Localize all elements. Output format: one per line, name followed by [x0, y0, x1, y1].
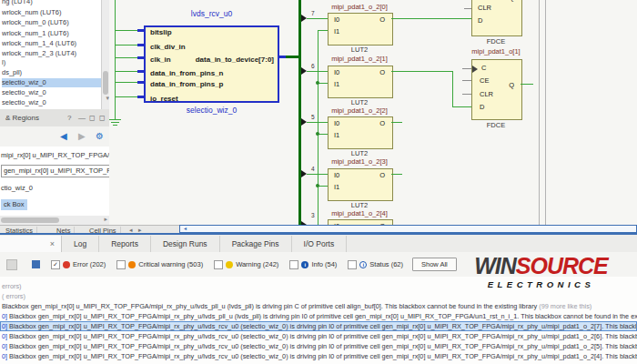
schematic-hscrollbar[interactable]: ◂ — [179, 225, 637, 233]
pin-bitslip[interactable]: bitslip — [150, 28, 172, 36]
scroll-left-icon[interactable]: ◂ — [184, 226, 187, 231]
filter-status[interactable]: i Status (62) — [348, 260, 403, 269]
message-row[interactable]: 0] Blackbox gen_mipi_rx[0] u_MIPI_RX_TOP… — [0, 341, 637, 351]
tab-package-pins[interactable]: Package Pins — [220, 236, 292, 252]
messages-dock: × Log Reports Design Runs Package Pins I… — [0, 233, 637, 364]
instance-name-label: mipi_pdat1_o_2[2] — [314, 106, 405, 115]
fdce-block[interactable]: CLR D Q — [471, 0, 522, 36]
pin-i1: I1 — [334, 131, 339, 139]
properties-toolbar: ◀ ▶ ⚙ — [0, 126, 110, 147]
pin-data-in-from-pins-p[interactable]: data_in_from_pins_p — [150, 80, 223, 88]
warning-checkbox[interactable] — [214, 260, 223, 269]
pin-o: O — [379, 15, 385, 24]
float-icon[interactable]: ◻ — [89, 109, 96, 126]
gear-icon[interactable]: ⚙ — [96, 130, 104, 143]
net-wire — [116, 30, 137, 31]
tree-scrollbar-thumb[interactable] — [103, 71, 108, 95]
message-list: errors) ( errors) Blackbox gen_mipi_rx[0… — [0, 277, 637, 364]
tab-design-runs[interactable]: Design Runs — [151, 236, 220, 252]
filter-label: Info (54) — [311, 260, 337, 268]
info-checkbox[interactable] — [289, 260, 298, 269]
warning-icon — [226, 261, 233, 268]
instance-name-label: mipi_pdat1_o_2[1] — [314, 55, 405, 63]
junction-dot — [316, 81, 319, 85]
property-value-selected[interactable]: ck Box — [1, 199, 27, 210]
minimize-icon[interactable]: — — [78, 109, 86, 126]
property-value-focused[interactable]: gen_mipi_rx[0] u_MIPI_RX_TOP_FPGA — [1, 165, 110, 177]
property-value[interactable]: mipi_rx[0] u_MIPI_RX_TOP_FPGA/mi — [1, 150, 110, 161]
filter-critical-warning[interactable]: Critical warning (503) — [116, 260, 203, 269]
lut2-block[interactable]: I0 I1 O — [328, 116, 393, 149]
lut2-block[interactable]: I0 I1 O — [328, 66, 393, 98]
collapse-all-icon[interactable] — [32, 260, 40, 268]
pin-stub — [137, 81, 144, 84]
tree-item[interactable]: wrlock_num (LUT6) — [2, 8, 102, 17]
message-row[interactable]: 0] Blackbox gen_mipi_rx[0] u_MIPI_RX_TOP… — [0, 351, 637, 361]
lut2-block[interactable]: I0 I1 O — [328, 13, 393, 46]
critical-warning-checkbox[interactable] — [116, 260, 126, 269]
message-row[interactable]: 0] Blackbox gen_mipi_rx[0] u_MIPI_RX_TOP… — [0, 311, 637, 321]
message-row[interactable]: Blackbox gen_mipi_rx[0] u_MIPI_RX_TOP_FP… — [0, 301, 637, 311]
tree-item-selected[interactable]: selectio_wiz_0 — [2, 78, 102, 87]
tree-item[interactable]: wrlock_num_0 (LUT6) — [2, 18, 102, 27]
net-wire — [116, 57, 137, 58]
net-wire — [391, 18, 471, 19]
instance-name-label: mipi_pdat1_o_2[4] — [314, 209, 405, 217]
dock-tabbar: × Log Reports Design Runs Package Pins I… — [0, 235, 637, 253]
tree-item[interactable]: selectio_wiz_0 — [2, 88, 102, 97]
net-wire — [521, 84, 533, 85]
pin-d: D — [478, 16, 482, 25]
message-row[interactable]: 0] Blackbox gen_mipi_rx[0] u_MIPI_RX_TOP… — [0, 331, 637, 341]
close-tab-icon[interactable]: × — [0, 236, 62, 252]
bus-trunk — [298, 0, 301, 225]
primitive-type-label: LUT2 — [328, 46, 391, 54]
sheet-border — [545, 0, 546, 225]
filter-warning[interactable]: Warning (242) — [214, 260, 278, 269]
tree-item[interactable]: wrlock_num_1_4 (LUT6) — [2, 39, 102, 48]
lut2-block[interactable]: I0 I1 O — [328, 168, 393, 201]
net-wire — [391, 71, 452, 72]
pin-clk-in[interactable]: clk_in — [150, 56, 171, 64]
pin-q: Q — [509, 0, 514, 2]
tree-item[interactable]: selectio_wiz_0 — [2, 98, 102, 107]
tree-item[interactable]: wrlock_num_1 (LUT6) — [2, 29, 102, 38]
tree-scrollbar[interactable]: ▾ — [101, 0, 109, 109]
more-like-this-link[interactable]: (99 more like this) — [539, 302, 592, 310]
lvds-rcv-block[interactable]: bitslip clk_div_in clk_in data_in_from_p… — [144, 25, 279, 103]
pin-stub — [137, 70, 144, 73]
hscrollbar-thumb[interactable] — [1, 217, 59, 223]
pin-io-reset[interactable]: io_reset — [150, 95, 178, 103]
help-icon[interactable]: ? — [67, 109, 71, 126]
property-value[interactable]: ctio_wiz_0 — [1, 183, 33, 194]
pin-i0: I0 — [334, 171, 339, 179]
filter-error[interactable]: ✓ Error (202) — [51, 260, 106, 269]
tree-item[interactable]: wrlock_num_2_3 (LUT4) — [2, 49, 102, 58]
filter-info[interactable]: i Info (54) — [289, 260, 337, 269]
tab-log[interactable]: Log — [62, 236, 99, 252]
fdce-block[interactable]: C CE CLR D Q — [471, 59, 522, 120]
pin-i0: I0 — [334, 15, 339, 24]
status-checkbox[interactable] — [348, 260, 357, 269]
tab-reports[interactable]: Reports — [99, 236, 151, 252]
error-checkbox[interactable]: ✓ — [51, 260, 60, 269]
pin-data-in-from-pins-n[interactable]: data_in_from_pins_n — [150, 69, 223, 77]
scroll-right-icon[interactable]: ▸ — [104, 216, 107, 223]
tree-item[interactable]: l) — [2, 58, 102, 67]
search-icon[interactable] — [6, 259, 17, 270]
tree-item[interactable]: ng (LUT4) — [2, 0, 102, 6]
message-row-selected[interactable]: 0] Blackbox gen_mipi_rx[0] u_MIPI_RX_TOP… — [0, 321, 637, 331]
message-row[interactable]: errors) — [0, 281, 637, 291]
tab-io-ports[interactable]: I/O Ports — [292, 236, 348, 252]
message-row[interactable]: ( errors) — [0, 291, 637, 301]
tree-item[interactable]: ds_pll) — [2, 68, 102, 77]
show-all-button[interactable]: Show All — [412, 258, 457, 271]
instance-name-label: mipi_pdat1_o_2[0] — [314, 3, 405, 11]
pin-clk-div-in[interactable]: clk_div_in — [150, 43, 186, 51]
back-icon[interactable]: ◀ — [60, 130, 67, 143]
schematic-canvas[interactable]: lvds_rcv_u0 bitslip clk_div_in clk_in da… — [109, 0, 637, 225]
forward-icon[interactable]: ▶ — [78, 130, 86, 143]
maximize-icon[interactable]: ◻ — [99, 109, 106, 126]
pin-data-in-to-device[interactable]: data_in_to_device[7:0] — [196, 56, 274, 64]
properties-hscrollbar[interactable]: ▸ — [0, 216, 110, 225]
info-icon: i — [301, 261, 308, 268]
